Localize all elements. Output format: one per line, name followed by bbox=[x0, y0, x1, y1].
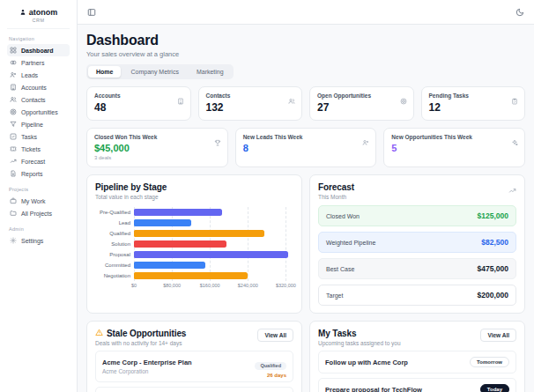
sidebar-item-pipeline[interactable]: Pipeline bbox=[7, 118, 70, 130]
nav-section-label: Projects bbox=[9, 187, 68, 192]
bar-row bbox=[134, 249, 293, 260]
y-tick-label: Pre-Qualified bbox=[95, 207, 134, 218]
closed-won-week-card[interactable]: Closed Won This Week $45,000 3 deals bbox=[86, 128, 228, 167]
sidebar-item-reports[interactable]: Reports bbox=[7, 167, 70, 180]
chart-ylabels: Pre-QualifiedLeadQualifiedSolutionPropos… bbox=[95, 207, 134, 281]
sidebar-item-label: Dashboard bbox=[21, 48, 54, 54]
opportunity-company: Acme Corporation bbox=[102, 368, 192, 374]
kpi-value: 48 bbox=[94, 101, 183, 114]
week-label: Closed Won This Week bbox=[94, 134, 220, 140]
panel-title: Pipeline by Stage bbox=[95, 182, 293, 192]
users-icon bbox=[288, 92, 295, 108]
kpi-card-pending-tasks[interactable]: Pending Tasks 12 bbox=[421, 86, 526, 121]
panel-title: My Tasks bbox=[318, 329, 401, 338]
stage-bar-negotiation bbox=[134, 272, 248, 279]
kpi-card-accounts[interactable]: Accounts 48 bbox=[86, 86, 191, 121]
tab-home[interactable]: Home bbox=[88, 66, 121, 78]
stage-bar-pre-qualified bbox=[134, 209, 222, 216]
kpi-card-open-opportunities[interactable]: Open Opportunities 27 bbox=[309, 86, 414, 121]
building-icon bbox=[177, 92, 184, 108]
sidebar-item-label: Reports bbox=[21, 171, 43, 177]
main-content: Dashboard Your sales overview at a glanc… bbox=[78, 25, 534, 392]
week-sub: 3 deals bbox=[94, 155, 220, 160]
sidebar-item-dashboard[interactable]: Dashboard bbox=[7, 44, 70, 56]
clipboard-check-icon bbox=[511, 92, 518, 108]
forecast-row-target: Target $200,000 bbox=[318, 285, 516, 306]
briefcase-icon bbox=[10, 197, 17, 204]
page-title: Dashboard bbox=[86, 33, 525, 48]
task-row[interactable]: Follow up with Acme Corp Tomorrow bbox=[318, 351, 516, 374]
logo-person-icon bbox=[19, 9, 26, 16]
page-subtitle: Your sales overview at a glance bbox=[86, 50, 525, 58]
theme-toggle-moon-icon[interactable] bbox=[515, 8, 524, 17]
sidebar-item-tasks[interactable]: Tasks bbox=[7, 130, 70, 143]
trophy-icon bbox=[214, 134, 221, 150]
stage-bar-committed bbox=[134, 262, 205, 269]
stage-bar-qualified bbox=[134, 230, 264, 237]
kpi-card-contacts[interactable]: Contacts 132 bbox=[198, 86, 303, 121]
layout-grid-icon bbox=[10, 47, 17, 54]
sidebar-item-partners[interactable]: Partners bbox=[7, 56, 70, 69]
pipeline-by-stage-panel: Pipeline by Stage Total value in each st… bbox=[86, 174, 302, 314]
funnel-icon bbox=[10, 121, 17, 128]
sidebar-item-tickets[interactable]: Tickets bbox=[7, 143, 70, 155]
file-text-icon bbox=[10, 170, 17, 177]
app-root: atonom CRM Navigation Dashboard Partners… bbox=[0, 0, 534, 392]
y-tick-label: Proposal bbox=[95, 249, 134, 260]
forecast-value: $82,500 bbox=[481, 238, 508, 247]
nav-section-label: Navigation bbox=[9, 36, 68, 41]
sidebar-toggle-icon[interactable] bbox=[87, 8, 96, 17]
sidebar-item-leads[interactable]: Leads bbox=[7, 69, 70, 81]
sidebar-item-label: Pipeline bbox=[21, 122, 43, 128]
sidebar-item-accounts[interactable]: Accounts bbox=[7, 81, 70, 93]
sidebar-item-label: Partners bbox=[21, 60, 44, 66]
panel-title: Stale Opportunities bbox=[107, 329, 186, 338]
sidebar-item-forecast[interactable]: Forecast bbox=[7, 155, 70, 167]
y-tick-label: Qualified bbox=[95, 228, 134, 239]
sidebar-item-label: My Work bbox=[21, 198, 45, 204]
kpi-value: 132 bbox=[206, 101, 295, 114]
weekly-row: Closed Won This Week $45,000 3 deals New… bbox=[86, 128, 525, 167]
sidebar-item-all-projects[interactable]: All Projects bbox=[7, 207, 70, 219]
task-due-badge: Tomorrow bbox=[470, 357, 509, 367]
tasks-view-all-button[interactable]: View All bbox=[480, 329, 516, 342]
sidebar-item-label: Accounts bbox=[21, 85, 47, 91]
new-leads-week-card[interactable]: New Leads This Week 8 bbox=[235, 128, 377, 167]
forecast-row-weighted-pipeline: Weighted Pipeline $82,500 bbox=[318, 232, 516, 253]
sidebar-item-settings[interactable]: Settings bbox=[7, 234, 70, 247]
week-value: $45,000 bbox=[94, 143, 220, 153]
sidebar-item-label: Tasks bbox=[21, 134, 37, 140]
tab-company-metrics[interactable]: Company Metrics bbox=[122, 66, 186, 78]
stale-opportunity-row[interactable]: Acme Corp - Enterprise PlanAcme Corporat… bbox=[95, 351, 293, 382]
new-opportunities-week-card[interactable]: New Opportunities This Week 5 bbox=[383, 128, 525, 167]
stage-bar-lead bbox=[134, 219, 191, 226]
top-bar bbox=[78, 0, 534, 25]
chart-xaxis: $0$80,000$160,000$240,000$320,000 bbox=[134, 283, 293, 291]
week-value: 5 bbox=[391, 143, 517, 153]
kpi-label: Open Opportunities bbox=[317, 92, 406, 99]
sidebar-item-opportunities[interactable]: Opportunities bbox=[7, 106, 70, 118]
bar-row bbox=[134, 207, 293, 218]
forecast-panel: Forecast This Month Closed Won $125,000 … bbox=[309, 174, 525, 314]
nav-section-label: Admin bbox=[9, 226, 68, 232]
y-tick-label: Lead bbox=[95, 218, 134, 228]
panel-subtitle: Upcoming tasks assigned to you bbox=[318, 340, 401, 346]
kpi-value: 12 bbox=[429, 101, 518, 114]
stale-view-all-button[interactable]: View All bbox=[257, 329, 293, 342]
tab-marketing[interactable]: Marketing bbox=[189, 66, 232, 78]
bar-row bbox=[134, 270, 293, 281]
main-column: Dashboard Your sales overview at a glanc… bbox=[78, 0, 534, 392]
sidebar: atonom CRM Navigation Dashboard Partners… bbox=[0, 0, 78, 392]
sidebar-item-label: Opportunities bbox=[21, 109, 58, 115]
stale-opportunities-panel: Stale Opportunities Deals with no activi… bbox=[86, 321, 302, 392]
sidebar-item-contacts[interactable]: Contacts bbox=[7, 93, 70, 106]
kpi-row: Accounts 48 Contacts 132 Open Opportunit… bbox=[86, 86, 525, 121]
sidebar-item-label: Settings bbox=[21, 238, 43, 244]
task-row[interactable]: Prepare proposal for TechFlow Today bbox=[318, 378, 516, 392]
bar-row bbox=[134, 239, 293, 249]
trending-up-icon bbox=[508, 182, 516, 198]
sidebar-item-my-work[interactable]: My Work bbox=[7, 195, 70, 207]
kpi-label: Accounts bbox=[94, 92, 183, 99]
sidebar-item-label: Contacts bbox=[21, 97, 46, 103]
stale-opportunity-row[interactable]: TechFlow - Platform LicenseTechFlow Solu… bbox=[95, 387, 293, 392]
